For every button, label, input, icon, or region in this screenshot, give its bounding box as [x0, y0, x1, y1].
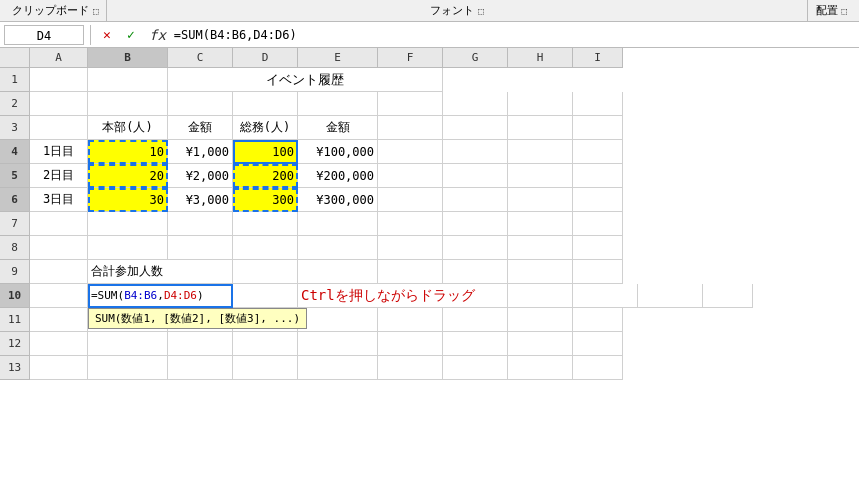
cell-h8[interactable] [508, 236, 573, 260]
cell-i10[interactable] [703, 284, 753, 308]
cell-f11[interactable] [378, 308, 443, 332]
cell-a4[interactable]: 1日目 [30, 140, 88, 164]
cell-e11[interactable] [298, 308, 378, 332]
cell-c12[interactable] [168, 332, 233, 356]
cell-f10[interactable] [508, 284, 573, 308]
cell-a7[interactable] [30, 212, 88, 236]
cell-g3[interactable] [443, 116, 508, 140]
cell-b13[interactable] [88, 356, 168, 380]
cell-name-box[interactable]: D4 [4, 25, 84, 45]
cell-d13[interactable] [233, 356, 298, 380]
cell-h6[interactable] [508, 188, 573, 212]
cell-i2[interactable] [573, 92, 623, 116]
cell-i6[interactable] [573, 188, 623, 212]
col-header-e[interactable]: E [298, 48, 378, 68]
cell-d4[interactable]: 100 [233, 140, 298, 164]
cell-a9[interactable] [30, 260, 88, 284]
cell-c3[interactable]: 金額 [168, 116, 233, 140]
cell-e7[interactable] [298, 212, 378, 236]
cell-g13[interactable] [443, 356, 508, 380]
cell-b8[interactable] [88, 236, 168, 260]
cell-f2[interactable] [378, 92, 443, 116]
cell-b10[interactable]: =SUM(B4:B6,D4:D6) SUM(数値1, [数値2], [数値3],… [88, 284, 233, 308]
cell-c5[interactable]: ¥2,000 [168, 164, 233, 188]
cell-f9[interactable] [378, 260, 443, 284]
cell-g7[interactable] [443, 212, 508, 236]
cell-b5[interactable]: 20 [88, 164, 168, 188]
cell-e8[interactable] [298, 236, 378, 260]
cell-d10[interactable] [233, 284, 298, 308]
cell-a10[interactable] [30, 284, 88, 308]
cell-d8[interactable] [233, 236, 298, 260]
cell-h13[interactable] [508, 356, 573, 380]
col-header-c[interactable]: C [168, 48, 233, 68]
cell-f13[interactable] [378, 356, 443, 380]
cell-i13[interactable] [573, 356, 623, 380]
cell-e9[interactable] [298, 260, 378, 284]
cell-i8[interactable] [573, 236, 623, 260]
cell-g5[interactable] [443, 164, 508, 188]
cell-d9[interactable] [233, 260, 298, 284]
cell-d6[interactable]: 300 [233, 188, 298, 212]
cell-i7[interactable] [573, 212, 623, 236]
cell-b7[interactable] [88, 212, 168, 236]
cell-g12[interactable] [443, 332, 508, 356]
col-header-h[interactable]: H [508, 48, 573, 68]
cell-b12[interactable] [88, 332, 168, 356]
cell-i9[interactable] [573, 260, 623, 284]
formula-input[interactable] [174, 25, 855, 45]
cell-g11[interactable] [443, 308, 508, 332]
cell-a8[interactable] [30, 236, 88, 260]
cell-b1[interactable] [88, 68, 168, 92]
confirm-button[interactable]: ✓ [121, 25, 141, 45]
cell-d7[interactable] [233, 212, 298, 236]
cell-e13[interactable] [298, 356, 378, 380]
cell-h12[interactable] [508, 332, 573, 356]
cell-a12[interactable] [30, 332, 88, 356]
cell-a11[interactable] [30, 308, 88, 332]
cell-a1[interactable] [30, 68, 88, 92]
col-header-f[interactable]: F [378, 48, 443, 68]
cell-b9[interactable]: 合計参加人数 [88, 260, 233, 284]
col-header-i[interactable]: I [573, 48, 623, 68]
cell-e3[interactable]: 金額 [298, 116, 378, 140]
cell-h10[interactable] [638, 284, 703, 308]
cell-b3[interactable]: 本部(人) [88, 116, 168, 140]
cell-c4[interactable]: ¥1,000 [168, 140, 233, 164]
cell-h11[interactable] [508, 308, 573, 332]
cell-c7[interactable] [168, 212, 233, 236]
cell-h9[interactable] [508, 260, 573, 284]
cell-e12[interactable] [298, 332, 378, 356]
cell-d3[interactable]: 総務(人) [233, 116, 298, 140]
cell-b4[interactable]: 10 [88, 140, 168, 164]
cell-f5[interactable] [378, 164, 443, 188]
cell-f6[interactable] [378, 188, 443, 212]
cell-g10[interactable] [573, 284, 638, 308]
cell-e10[interactable]: Ctrlを押しながらドラッグ [298, 284, 508, 308]
cell-f12[interactable] [378, 332, 443, 356]
cell-d5[interactable]: 200 [233, 164, 298, 188]
cell-e2[interactable] [298, 92, 378, 116]
cell-h7[interactable] [508, 212, 573, 236]
cell-i3[interactable] [573, 116, 623, 140]
cell-g6[interactable] [443, 188, 508, 212]
cell-f7[interactable] [378, 212, 443, 236]
cell-g4[interactable] [443, 140, 508, 164]
cell-b2[interactable] [88, 92, 168, 116]
cell-h4[interactable] [508, 140, 573, 164]
cell-b6[interactable]: 30 [88, 188, 168, 212]
cell-f4[interactable] [378, 140, 443, 164]
cell-c6[interactable]: ¥3,000 [168, 188, 233, 212]
cell-a2[interactable] [30, 92, 88, 116]
cancel-button[interactable]: ✕ [97, 25, 117, 45]
cell-i11[interactable] [573, 308, 623, 332]
cell-c8[interactable] [168, 236, 233, 260]
cell-f3[interactable] [378, 116, 443, 140]
cell-title[interactable]: イベント履歴 [168, 68, 443, 92]
cell-i4[interactable] [573, 140, 623, 164]
cell-a3[interactable] [30, 116, 88, 140]
cell-e5[interactable]: ¥200,000 [298, 164, 378, 188]
cell-g8[interactable] [443, 236, 508, 260]
cell-i5[interactable] [573, 164, 623, 188]
cell-h3[interactable] [508, 116, 573, 140]
